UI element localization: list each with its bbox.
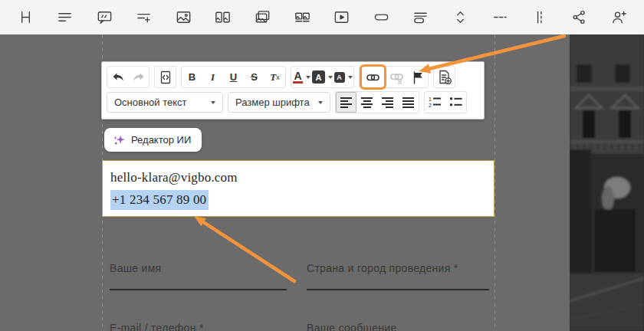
- caret-down-icon: [306, 76, 310, 79]
- form-icon[interactable]: [409, 6, 432, 29]
- caret-down-icon: [318, 101, 323, 104]
- divider-icon[interactable]: [488, 6, 511, 29]
- remove-format-button[interactable]: Tx: [264, 67, 285, 87]
- underline-button[interactable]: U: [223, 67, 244, 87]
- align-center-button[interactable]: [356, 92, 377, 113]
- form-label-message: Ваше сообщение: [307, 322, 396, 331]
- align-right-button[interactable]: [377, 92, 398, 113]
- text-icon[interactable]: [54, 6, 77, 29]
- page-canvas: B I U S Tx A A A: [0, 34, 644, 331]
- align-left-button[interactable]: [336, 92, 356, 113]
- ai-editor-button[interactable]: Редактор ИИ: [104, 128, 202, 152]
- vertical-divider-icon[interactable]: [528, 6, 551, 29]
- column-guide-right: [495, 34, 495, 331]
- link-button[interactable]: [363, 67, 383, 87]
- heading-icon[interactable]: [14, 6, 37, 29]
- share-icon[interactable]: [567, 6, 590, 29]
- bullet-list-button[interactable]: [445, 92, 466, 113]
- form-field-country[interactable]: [307, 289, 489, 290]
- caret-down-icon: [348, 76, 353, 79]
- spacer-icon[interactable]: [449, 6, 472, 29]
- align-left-icon: [340, 97, 352, 108]
- element-toolbar: [0, 0, 644, 34]
- align-right-icon: [382, 97, 393, 108]
- undo-button[interactable]: [107, 67, 128, 87]
- italic-button[interactable]: I: [202, 67, 223, 87]
- quote-icon[interactable]: [93, 6, 116, 29]
- svg-text:1: 1: [429, 97, 432, 102]
- alignment-group: [335, 91, 419, 113]
- form-label-email: E-mail / телефон *: [110, 322, 204, 331]
- sparkles-icon: [112, 133, 126, 147]
- ordered-list-button[interactable]: 1 2: [425, 92, 445, 113]
- add-user-icon[interactable]: [607, 6, 630, 29]
- redo-button[interactable]: [128, 67, 149, 87]
- source-code-button[interactable]: [155, 67, 176, 87]
- ordered-list-icon: 1 2: [429, 97, 442, 108]
- align-justify-button[interactable]: [398, 92, 419, 113]
- building-photo: [570, 34, 644, 331]
- contact-text-block[interactable]: hello-klara@vigbo.com +1 234 567 89 00: [102, 160, 495, 217]
- form-label-name: Ваше имя: [110, 262, 161, 274]
- form-label-country: Страна и город проведения *: [307, 262, 458, 274]
- bold-button[interactable]: B: [182, 67, 202, 87]
- bullet-list-icon: [449, 97, 462, 108]
- add-text-icon[interactable]: [133, 6, 156, 29]
- auto-color-button[interactable]: A: [333, 67, 353, 87]
- anchor-flag-button[interactable]: [407, 67, 428, 87]
- source-group: [154, 66, 176, 88]
- background-color-button[interactable]: A: [312, 67, 333, 87]
- format-group: B I U S Tx: [181, 66, 286, 88]
- video-icon[interactable]: [330, 6, 353, 29]
- gallery-icon[interactable]: [251, 6, 274, 29]
- align-justify-icon: [402, 97, 414, 108]
- selected-phone-text: +1 234 567 89 00: [110, 190, 209, 210]
- image-icon[interactable]: [172, 6, 195, 29]
- strikethrough-button[interactable]: S: [244, 67, 264, 87]
- image-pair-icon[interactable]: [291, 6, 314, 29]
- caret-down-icon: [211, 101, 215, 104]
- link-group: [359, 66, 429, 88]
- link-button-highlight: [360, 64, 386, 90]
- add-document-button[interactable]: [434, 67, 455, 87]
- history-group: [107, 66, 150, 88]
- paragraph-format-dropdown[interactable]: Основной текст: [107, 92, 223, 113]
- toolbar-row-1: B I U S Tx A A A: [107, 66, 479, 88]
- align-center-icon: [361, 97, 373, 108]
- list-group: 1 2: [424, 91, 467, 113]
- font-size-dropdown[interactable]: Размер шрифта: [228, 92, 330, 113]
- color-group: A A A: [291, 66, 354, 88]
- form-field-name[interactable]: [110, 289, 287, 290]
- text-color-button[interactable]: A: [291, 67, 312, 87]
- button-icon[interactable]: [370, 6, 393, 29]
- image-compare-icon[interactable]: [212, 6, 235, 29]
- template-group: [433, 66, 455, 88]
- email-text: hello-klara@vigbo.com: [110, 166, 486, 188]
- unlink-button[interactable]: [386, 67, 407, 87]
- svg-text:2: 2: [429, 103, 432, 108]
- toolbar-row-2: Основной текст Размер шрифта: [107, 91, 479, 113]
- text-editor-toolbar: B I U S Tx A A A: [101, 61, 485, 120]
- phone-text: +1 234 567 89 00: [110, 188, 486, 211]
